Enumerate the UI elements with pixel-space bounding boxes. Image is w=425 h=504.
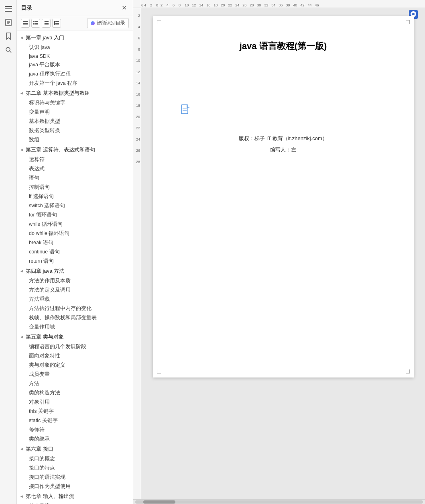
svg-rect-14 [33, 23, 35, 24]
toc-item-ch6-3[interactable]: 接口的语法实现 [17, 473, 133, 482]
toc-item-ch5-3[interactable]: 类与对象的定义 [17, 361, 133, 370]
toc-tool-btn-2[interactable] [31, 19, 40, 28]
toc-item-ch2-4[interactable]: 数据类型转换 [17, 126, 133, 135]
horizontal-scrollbar-thumb[interactable] [143, 500, 175, 504]
toc-item-ch3-3[interactable]: 语句 [17, 173, 133, 183]
ai-btn-icon [91, 21, 95, 25]
svg-rect-20 [45, 24, 49, 25]
toc-item-ch1-5[interactable]: 开发第一个 java 程序 [17, 79, 133, 88]
copyright-text: 版权：梯子 IT 教育（it.zhenzikj.com） [181, 133, 386, 145]
toc-content[interactable]: ▼ 第一章 java 入门 认识 java java SDK java 平台版本… [17, 31, 133, 504]
ruler-left-mark-16: 16 [136, 89, 141, 100]
toc-item-ch6-4[interactable]: 接口作为类型使用 [17, 482, 133, 491]
ruler-left-mark-8: 8 [138, 44, 141, 55]
document-title: java 语言教程(第一版) [181, 40, 386, 53]
toc-item-ch1-2[interactable]: java SDK [17, 52, 133, 60]
toc-item-ch4-4[interactable]: 方法执行过程中内存的变化 [17, 304, 133, 313]
toc-item-ch3-4[interactable]: 控制语句 [17, 183, 133, 192]
toc-title: 目录 [21, 4, 32, 12]
chapter-1-arrow: ▼ [20, 36, 24, 40]
toc-chapter-2[interactable]: ▼ 第二章 基本数据类型与数组 [17, 88, 133, 98]
menu-icon[interactable] [3, 3, 14, 14]
toc-item-ch3-5[interactable]: if 选择语句 [17, 192, 133, 201]
toc-item-ch3-2[interactable]: 表达式 [17, 164, 133, 173]
toc-item-ch4-3[interactable]: 方法重载 [17, 295, 133, 304]
toc-item-ch5-4[interactable]: 成员变量 [17, 370, 133, 379]
toc-item-ch6-2[interactable]: 接口的特点 [17, 463, 133, 473]
svg-rect-13 [35, 21, 38, 22]
toc-tool-btn-4[interactable] [52, 19, 61, 28]
toc-item-ch6-1[interactable]: 接口的概念 [17, 454, 133, 463]
toc-item-ch5-7[interactable]: 对象引用 [17, 398, 133, 407]
toc-item-ch5-10[interactable]: 修饰符 [17, 425, 133, 435]
main-area: 6 4 2 0 2 4 6 8 10 12 14 16 18 20 22 24 … [133, 0, 425, 504]
toc-item-ch4-2[interactable]: 方法的定义及调用 [17, 286, 133, 295]
toc-chapter-1[interactable]: ▼ 第一章 java 入门 [17, 33, 133, 43]
toc-item-ch3-7[interactable]: for 循环语句 [17, 210, 133, 220]
toc-item-ch3-11[interactable]: continue 语句 [17, 247, 133, 257]
toc-item-ch3-12[interactable]: return 语句 [17, 257, 133, 266]
search-icon[interactable] [3, 44, 14, 55]
toc-item-ch3-9[interactable]: do while 循环语句 [17, 229, 133, 238]
toc-item-ch5-1[interactable]: 编程语言的几个发展阶段 [17, 342, 133, 351]
toc-item-ch2-3[interactable]: 基本数据类型 [17, 117, 133, 126]
chapter-3-label: 第三章 运算符、表达式和语句 [26, 146, 95, 153]
toc-chapter-5[interactable]: ▼ 第五章 类与对象 [17, 332, 133, 342]
ruler-top-scale: 6 4 2 0 2 4 6 8 10 12 14 16 18 20 22 24 … [141, 0, 425, 8]
content-scroll[interactable]: 2 4 6 8 10 12 14 16 18 20 22 24 26 28 [133, 8, 425, 499]
toc-item-ch4-1[interactable]: 方法的作用及本质 [17, 276, 133, 286]
toc-chapter-4[interactable]: ▼ 第四章 java 方法 [17, 266, 133, 276]
svg-rect-26 [55, 24, 59, 25]
toc-item-ch4-5[interactable]: 栈帧、操作数栈和局部变量表 [17, 313, 133, 322]
toc-item-ch5-2[interactable]: 面向对象特性 [17, 351, 133, 361]
ruler-left-mark-26: 26 [136, 145, 141, 156]
toc-item-ch5-6[interactable]: 类的构造方法 [17, 388, 133, 398]
toc-item-ch5-5[interactable]: 方法 [17, 379, 133, 388]
chapter-7-arrow: ▼ [20, 494, 24, 498]
horizontal-scrollbar[interactable] [135, 500, 423, 504]
toc-item-ch1-4[interactable]: java 程序执行过程 [17, 69, 133, 79]
toc-chapter-6[interactable]: ▼ 第六章 接口 [17, 444, 133, 454]
toc-item-ch5-11[interactable]: 类的继承 [17, 435, 133, 444]
chapter-6-arrow: ▼ [20, 447, 24, 451]
toc-item-ch1-1[interactable]: 认识 java [17, 43, 133, 52]
toc-tool-btn-1[interactable] [21, 19, 30, 28]
left-toolbar [0, 0, 17, 504]
corner-mark-tr [406, 20, 410, 24]
toc-item-ch2-1[interactable]: 标识符与关键字 [17, 98, 133, 108]
toc-tool-btn-3[interactable] [42, 19, 51, 28]
svg-rect-17 [35, 24, 38, 25]
toc-item-ch2-5[interactable]: 数组 [17, 135, 133, 145]
toc-header-controls: ✕ [120, 3, 129, 12]
toc-item-ch7-1[interactable]: 什么是流 [17, 502, 133, 504]
toc-panel: 目录 ✕ [17, 0, 133, 504]
ai-recognize-button[interactable]: 智能识别目录 [87, 18, 129, 28]
toc-item-ch3-1[interactable]: 运算符 [17, 155, 133, 164]
svg-rect-10 [23, 23, 28, 24]
toc-item-ch3-10[interactable]: break 语句 [17, 238, 133, 247]
chapter-3-arrow: ▼ [20, 148, 24, 152]
toc-close-button[interactable]: ✕ [120, 3, 129, 12]
toc-header: 目录 ✕ [17, 0, 133, 16]
svg-rect-16 [33, 24, 35, 25]
toc-item-ch3-6[interactable]: switch 选择语句 [17, 201, 133, 210]
toc-chapter-7[interactable]: ▼ 第七章 输入、输出流 [17, 491, 133, 502]
svg-marker-21 [44, 21, 45, 22]
toc-item-ch5-9[interactable]: static 关键字 [17, 416, 133, 425]
toc-chapter-3[interactable]: ▼ 第三章 运算符、表达式和语句 [17, 145, 133, 155]
bookmark-icon[interactable] [3, 31, 14, 42]
corner-mark-tl [157, 20, 161, 24]
toc-item-ch1-3[interactable]: java 平台版本 [17, 60, 133, 69]
document-page-1: java 语言教程(第一版) 版权：梯子 IT 教育（it.zhenzikj.c… [153, 16, 414, 377]
chapter-4-arrow: ▼ [20, 269, 24, 273]
toc-item-ch2-2[interactable]: 变量声明 [17, 108, 133, 117]
svg-rect-1 [5, 8, 12, 9]
page-icon[interactable] [3, 17, 14, 28]
ruler-left-mark-18: 18 [136, 100, 141, 111]
toc-toolbar: 智能识别目录 [17, 16, 133, 31]
svg-marker-22 [44, 23, 45, 24]
toc-item-ch5-8[interactable]: this 关键字 [17, 407, 133, 416]
author-text: 编写人：左 [181, 144, 386, 156]
toc-item-ch3-8[interactable]: while 循环语句 [17, 220, 133, 229]
toc-item-ch4-6[interactable]: 变量作用域 [17, 322, 133, 332]
